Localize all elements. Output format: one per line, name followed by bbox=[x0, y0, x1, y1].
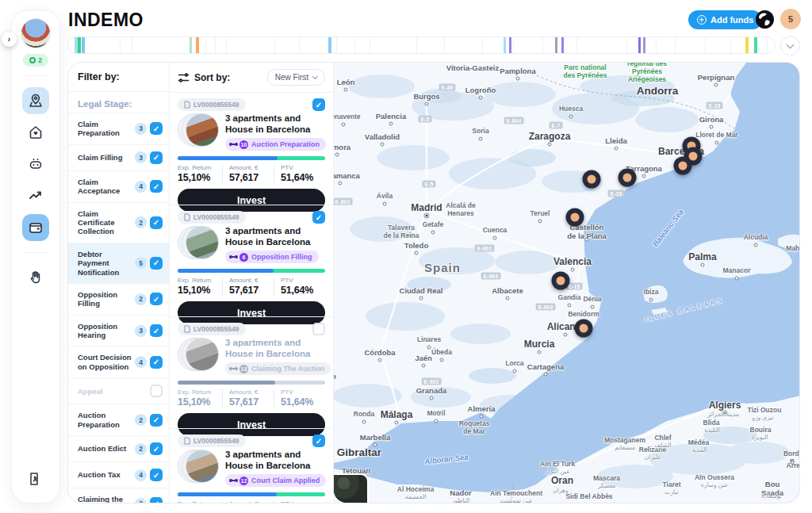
property-map-marker[interactable] bbox=[552, 272, 570, 290]
filter-row[interactable]: Claim Filling3✓ bbox=[68, 144, 169, 170]
filter-count-badge: 3 bbox=[135, 123, 147, 135]
card-id-row: LV0000855549✓ bbox=[178, 435, 325, 447]
filter-label: Debtor Payment Notification bbox=[78, 250, 132, 277]
sidebar-expand-button[interactable]: › bbox=[2, 32, 17, 47]
card-checkbox[interactable]: ✓ bbox=[312, 435, 325, 447]
filter-checkbox[interactable]: ✓ bbox=[150, 180, 163, 193]
sort-label: Sort by: bbox=[194, 72, 230, 83]
card-title: 3 apartments and House in Barcelona bbox=[225, 113, 326, 135]
progress-fill bbox=[178, 156, 278, 160]
sort-dropdown[interactable]: New First bbox=[267, 69, 325, 86]
timeline-divider bbox=[336, 37, 337, 53]
filter-count-badge: 2 bbox=[135, 293, 147, 305]
filter-checkbox[interactable]: ✓ bbox=[150, 257, 163, 270]
filter-checkbox[interactable]: ✓ bbox=[150, 216, 163, 229]
timeline-event-strip[interactable] bbox=[196, 37, 199, 53]
timeline-event-strip[interactable] bbox=[82, 37, 85, 53]
property-map-marker[interactable] bbox=[566, 209, 584, 227]
timeline-event-strip[interactable] bbox=[190, 37, 192, 53]
timeline-divider bbox=[226, 37, 227, 53]
sidebar-item-support[interactable] bbox=[22, 264, 49, 291]
listing-id: LV0000855549 bbox=[193, 325, 239, 333]
sidebar-item-wallet[interactable] bbox=[22, 214, 49, 241]
hand-icon bbox=[28, 270, 44, 285]
filter-checkbox[interactable]: ✓ bbox=[150, 356, 163, 369]
timeline-event-strip[interactable] bbox=[509, 37, 511, 53]
sort-selected-value: New First bbox=[275, 73, 308, 82]
filter-checkbox[interactable]: ✓ bbox=[150, 324, 163, 337]
property-map-marker[interactable] bbox=[583, 170, 601, 189]
user-avatar[interactable] bbox=[21, 18, 51, 48]
timeline-divider bbox=[656, 37, 657, 53]
filter-checkbox[interactable]: ✓ bbox=[150, 442, 163, 455]
filter-list: Claim Preparation3✓Claim Filling3✓Claim … bbox=[68, 113, 169, 503]
property-map-marker[interactable] bbox=[575, 320, 593, 338]
card-checkbox[interactable]: ✓ bbox=[312, 211, 325, 224]
card-checkbox[interactable]: ✓ bbox=[312, 98, 325, 111]
filter-checkbox[interactable]: ✓ bbox=[150, 122, 163, 135]
filter-row[interactable]: Appeal bbox=[68, 377, 169, 404]
timeline-collapse-button[interactable] bbox=[780, 36, 800, 56]
sidebar-item-map[interactable] bbox=[22, 87, 49, 114]
stat-value: 51,64% bbox=[281, 285, 325, 296]
card-info: 3 apartments and House in Barcelona6Oppo… bbox=[225, 226, 325, 263]
card-checkbox[interactable] bbox=[312, 323, 325, 335]
timeline-divider bbox=[354, 37, 355, 53]
filter-checkbox[interactable]: ✓ bbox=[150, 293, 163, 305]
sidebar-item-assistant[interactable] bbox=[22, 151, 49, 178]
filter-row[interactable]: Claim Certificate Collection2✓ bbox=[68, 202, 169, 243]
stat-column: PTV51,64% bbox=[274, 277, 325, 296]
timeline-event-strip[interactable] bbox=[75, 37, 78, 53]
filter-checkbox[interactable]: ✓ bbox=[150, 151, 163, 164]
filter-checkbox[interactable]: ✓ bbox=[150, 497, 163, 503]
timeline-event-strip[interactable] bbox=[638, 37, 641, 53]
photo-image bbox=[186, 338, 219, 371]
progress-bar bbox=[178, 269, 325, 273]
add-funds-button[interactable]: Add funds bbox=[688, 10, 762, 29]
property-map-marker[interactable] bbox=[619, 169, 637, 187]
stat-column: PTV51,64% bbox=[274, 500, 325, 503]
timeline-divider bbox=[416, 37, 417, 53]
property-map-marker[interactable] bbox=[674, 157, 692, 175]
filter-row[interactable]: Claiming the Auction3✓ bbox=[68, 488, 169, 503]
filter-row[interactable]: Opposition Filling2✓ bbox=[68, 283, 169, 315]
sidebar-item-properties[interactable] bbox=[22, 119, 49, 146]
filter-title: Filter by: bbox=[68, 63, 169, 92]
stat-value: 57,617 bbox=[229, 396, 274, 408]
filter-checkbox[interactable]: ✓ bbox=[150, 469, 163, 481]
timeline-divider bbox=[132, 37, 132, 53]
timeline-event-strip[interactable] bbox=[745, 37, 749, 53]
language-globe-button[interactable] bbox=[755, 10, 775, 29]
timeline-bar[interactable] bbox=[67, 36, 776, 54]
timeline-event-strip[interactable] bbox=[555, 37, 557, 53]
main-panel: Filter by: Legal Stage: Claim Preparatio… bbox=[67, 62, 800, 503]
timeline-event-strip[interactable] bbox=[754, 37, 757, 53]
filter-checkbox[interactable]: ✓ bbox=[150, 414, 163, 427]
filter-row[interactable]: Auction Preparation2✓ bbox=[68, 404, 169, 435]
sliders-icon[interactable] bbox=[178, 72, 190, 83]
timeline-event-strip[interactable] bbox=[78, 37, 81, 53]
filter-row[interactable]: Auction Edict2✓ bbox=[68, 435, 169, 461]
filter-row[interactable]: Court Decision on Opposition4✓ bbox=[68, 346, 169, 377]
stage-badge: 13Claiming The Auction bbox=[225, 362, 331, 375]
filter-row[interactable]: Debtor Payment Notification5✓ bbox=[68, 243, 169, 283]
progress-fill bbox=[178, 381, 275, 385]
trend-arrow-icon bbox=[28, 188, 44, 204]
logout-button[interactable] bbox=[22, 465, 49, 492]
filter-row[interactable]: Opposition Hearing3✓ bbox=[68, 315, 169, 346]
timeline-event-strip[interactable] bbox=[328, 37, 331, 53]
timeline-event-strip[interactable] bbox=[504, 37, 506, 53]
satellite-layer-toggle[interactable] bbox=[334, 473, 369, 503]
notifications-badge[interactable]: 5 bbox=[780, 9, 801, 29]
timeline-event-strip[interactable] bbox=[643, 37, 645, 53]
filter-row[interactable]: Claim Acceptance4✓ bbox=[68, 170, 169, 202]
filter-checkbox[interactable] bbox=[150, 385, 163, 397]
sidebar-item-stats[interactable] bbox=[22, 182, 49, 209]
filter-row[interactable]: Auction Tax4✓ bbox=[68, 461, 169, 488]
map[interactable]: E-80E-5E-804E-7E-5E-803E-901E-903E-15E-9… bbox=[334, 63, 799, 503]
stage-badge: 6Opposition Filling bbox=[225, 251, 319, 263]
filter-row[interactable]: Claim Preparation3✓ bbox=[68, 113, 169, 144]
card-body: 3 apartments and House in Barcelona13Cla… bbox=[178, 338, 325, 375]
timeline-event-strip[interactable] bbox=[561, 37, 564, 53]
filter-count-badge: 3 bbox=[135, 498, 147, 503]
